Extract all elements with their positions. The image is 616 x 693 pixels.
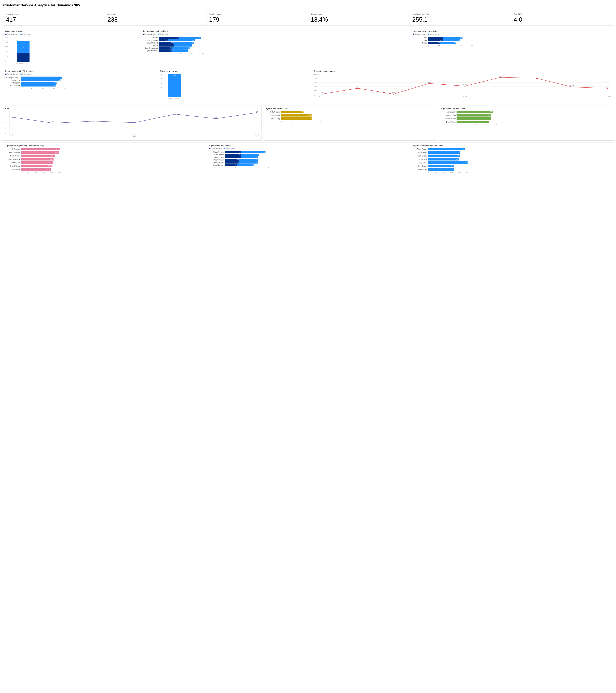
incoming-by-subject-chart: Incoming cases by subject Resolved cases… (141, 28, 409, 66)
bar-row: Clifton Earnest2944 (209, 151, 407, 154)
resolved-segment: 29 (225, 156, 241, 158)
active-segment: 30 (241, 156, 258, 158)
bar-row: Query|Products2329 (143, 49, 407, 52)
resolved-segment: 52 (428, 42, 440, 44)
sla-bars: Nearing Noncom...64Succeeded62In Progres… (5, 76, 154, 89)
hbar-label: Noah Overby (266, 118, 280, 120)
bar-row-label: High (413, 37, 427, 39)
active-segment: 47 (168, 39, 194, 41)
resolved-segment: 24 (159, 47, 172, 49)
svg-text:4.6: 4.6 (174, 112, 176, 114)
bar-row-label: Noncompliant (5, 84, 20, 86)
active-segment: 32 (172, 47, 190, 49)
hbar-fill: 250.6 (21, 158, 54, 160)
hbar-fill: 466 (428, 155, 459, 157)
kpi-card-4: Avg. handle time (hrs) 255.1 (410, 11, 511, 25)
bar-row: Trudy Lindsay2933 (209, 154, 407, 156)
bar-row: Rita Sherman2534 (209, 161, 407, 164)
hbar-label: Holly Gregory (266, 111, 280, 113)
active-segment: 44 (241, 151, 266, 153)
bar-row: Query|Information2432 (143, 47, 407, 49)
hbar-fill: 4.3 (456, 117, 491, 120)
escalated-svg: 0.0%9.1%0.0%16.7%12.5%26.3%24.9%11.1%9.0… (319, 73, 611, 96)
hbar-row: Noah Overby3.9 (266, 117, 435, 120)
hbar-label: Trudy Lindsay (413, 155, 427, 157)
hbar-fill: 3.8 (281, 114, 311, 117)
subject-bars: Query3738Service|Delivery1747Default Sub… (143, 36, 407, 54)
hbar-label: Noah Overby (413, 158, 427, 160)
hbar-fill: 545 (428, 148, 465, 151)
hbar-label: Holly Gregory (413, 165, 427, 167)
hbar-label: Holly Gregory (5, 148, 20, 150)
hbar-row: Clifton Earnest4.3 (441, 117, 611, 120)
bar-track: 2637 (159, 42, 194, 44)
bar-track: 2231 (225, 164, 254, 166)
bar-track: 2944 (225, 151, 266, 154)
kpi-card-0: Incoming cases 417 (3, 11, 105, 25)
kpi-label-2: Resolved cases (209, 13, 305, 15)
hbar-label: Clifton Earnest (413, 148, 427, 150)
svg-point-22 (607, 88, 608, 89)
hbar-fill: 244.4 (21, 161, 53, 164)
bar-track: 2633 (225, 159, 258, 161)
bar-row-label: Service (143, 45, 158, 46)
hbar-fill: 4.3 (456, 114, 491, 117)
bar-row-label: Darryl Rivero (209, 157, 224, 158)
bar-row: High6488 (413, 36, 611, 39)
svg-text:4.9: 4.9 (256, 111, 258, 112)
hbar-fill: 4.5 (456, 111, 493, 113)
hbar-row: Trudy Lindsay466 (413, 155, 611, 157)
hbar-label: Trudy Lindsay (441, 111, 456, 113)
incoming-by-priority-legend: Resolved cases Active cases (413, 33, 611, 35)
hbar-fill: 385 (428, 165, 454, 167)
resolved-segment: 17 (159, 39, 168, 41)
active-segment: 64 (21, 77, 62, 79)
bar-track: 2534 (225, 161, 258, 164)
active-age-chart: Active cases by age 050100150200250 238 … (158, 68, 310, 103)
active-segment: 32 (174, 44, 192, 46)
bar-row: Normal5272 (413, 42, 611, 44)
incoming-by-subject-legend: Resolved cases Active cases (143, 33, 407, 35)
kpi-card-2: Resolved cases 179 (206, 11, 308, 25)
handle-time-chart: Agents with highest avg. handle time (hr… (3, 142, 205, 178)
resolved-segment: 23 (159, 50, 172, 52)
escalated-title: Escalated case volume (314, 70, 611, 72)
incoming-by-priority-title: Incoming cases by priority (413, 30, 611, 33)
hbar-row: Sharon Bentley3.8 (266, 114, 435, 117)
svg-text:16.7%: 16.7% (427, 81, 431, 83)
hbar-row: Trudy Lindsay225.5 (5, 168, 203, 171)
x-axis: 020406080 (225, 167, 269, 169)
svg-text:11.1%: 11.1% (570, 85, 574, 86)
bar-row-label: In Progress (5, 82, 20, 84)
lowest-csat-bars: Holly Gregory2.8Sharon Bentley3.8Noah Ov… (266, 111, 435, 122)
bar-row-label: Trudy Lindsay (209, 154, 224, 156)
resolved-segment: 26 (159, 42, 173, 44)
svg-point-6 (322, 94, 323, 95)
case-volume-legend: Resolved cases Active cases (5, 33, 137, 35)
hbar-fill: 470 (428, 151, 459, 154)
svg-text:26.3%: 26.3% (499, 75, 502, 77)
open-activities-chart: Agents with most open activities Clifton… (411, 142, 613, 178)
sla-legend: Resolved cases Active cases (5, 73, 154, 75)
charts-row-2: Incoming cases by SLA status Resolved ca… (3, 68, 613, 103)
bar-row-label: Default Subject (143, 42, 158, 44)
hbar-label: Trudy Lindsay (5, 169, 20, 170)
priority-bars: High6488Low6378Normal5272050100150200 (413, 36, 611, 46)
hbar-row: Sharon Bentley284.5 (5, 151, 203, 154)
hbar-fill: 294.6 (21, 148, 60, 151)
active-segment: 33 (239, 159, 258, 161)
bar-row-label: Query|Products (143, 50, 158, 52)
hbar-fill: 4 (456, 121, 489, 123)
hbar-fill: 624 (428, 161, 468, 164)
bar-row-label: Sharon Bentley (209, 164, 224, 166)
bar-row: Service2732 (143, 44, 407, 47)
case-volume-trend-title: Case volume trend (5, 30, 137, 33)
bar-row: Sharon Bentley2231 (209, 164, 407, 166)
active-segment: 57 (21, 82, 57, 84)
resolved-segment: 64 (428, 37, 443, 39)
kpi-card-5: Avg. CSAT 4.0 (511, 11, 613, 25)
bar-row: Low6378 (413, 39, 611, 42)
svg-text:0.0%: 0.0% (392, 92, 395, 94)
sla-title: Incoming cases by SLA status (5, 70, 154, 72)
svg-point-10 (393, 94, 394, 95)
